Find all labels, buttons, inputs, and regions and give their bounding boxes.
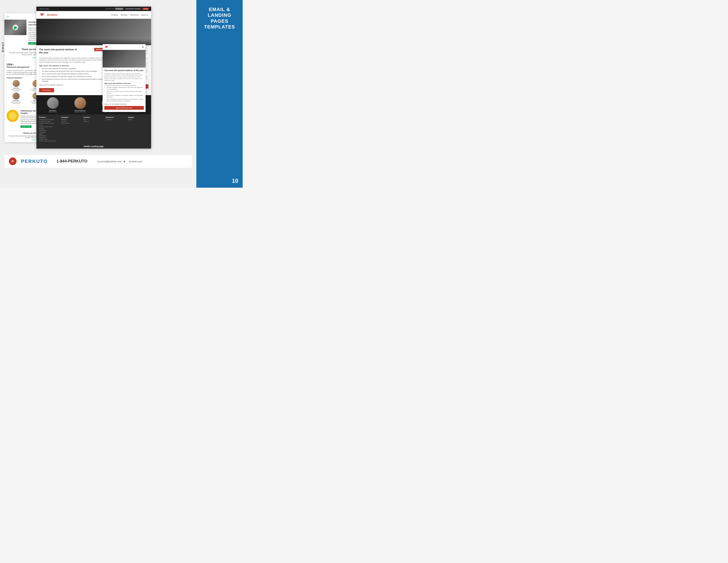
ubik-title: Pharmacie Management [7,66,29,68]
contact-us-label: CONTACT US [105,8,114,9]
mobile-discover-title: Sign up for this webinar to discover: [104,83,144,84]
footer-resources-title: Resources [106,117,126,118]
footer-service-about: About Us [84,121,104,122]
main-content: Email Landing page TELUS HEALTH FR | EN … [0,0,196,188]
footer-product-9: Sagitta [39,133,60,134]
vertafore-logo-icon [39,13,46,17]
mobile-discover-2: The latest regulatory developments and h… [107,87,144,90]
footer-product-6: NetSpec [39,128,60,129]
landing-hero-image [36,19,151,45]
ubik-logo: Ubik+ [7,63,29,66]
mobile-content: The most info-packed webinar of the year… [103,68,146,112]
footer-product-2: My Agency Reports [39,121,60,122]
training-btn[interactable]: VERTAFORE TRAINING [125,8,141,10]
landing-nav-buttons: CONTACT US SUPPORT VERTAFORE TRAINING LO… [105,8,149,10]
mobile-hamburger-btn[interactable]: ☰ [142,46,144,48]
footer-product-5: Vertafore Client Portal [39,126,60,127]
landing-cta-btn[interactable]: CTA Button [39,88,54,92]
footer-solution-2: Carriers [61,121,82,122]
footer-col-services: Services Blog About Us [84,117,104,142]
mobile-landing-label: Mobile Landing page [36,144,151,148]
speaker-item-1: Jane Doe Head of marketingCompagniea [7,80,25,91]
landing-menu-resources[interactable]: Resources [130,14,139,16]
landing-menu-about[interactable]: About Us [141,14,148,16]
footer-product-7: ReadyBlaze [39,130,60,131]
speaker-item-sam: Sam Meyer President, SILA [39,97,66,113]
mobile-discover-3: How to drive business value through tech… [107,91,144,94]
speaker-item-donna: Donna Robinson President Elect, SILA [66,97,94,113]
sidebar-title: EMAIL & LANDING PAGES TEMPLATES [204,7,235,30]
perkuto-logo-circle: P [9,157,17,165]
footer-product-13: Vertafore Agency SalesTrack [39,140,60,141]
footer-product-4: Sircon [39,124,60,126]
vertafore-logo-text: Vertafore [47,13,57,16]
landing-hero-body: Successful carriers, securities firms, a… [39,57,110,63]
footer-col-products: Products Vertafore Agency Platform My Ag… [39,117,60,142]
footer-website: perkuto.com [129,160,143,163]
mobile-discover-5: New educational resources and how to get… [107,98,144,102]
footer-product-11: ImageRight [39,137,60,138]
footer-col-support: Support Produc... [128,117,148,142]
svg-text:Vertafore: Vertafore [104,47,107,48]
mobile-discover-1: New SILA best practices for licensing & … [107,85,144,86]
footer-product-10: WorkSmart [39,135,60,136]
landing-discover-item-4: SILA & Sircon initiatives to automate, s… [42,75,110,77]
speaker-avatar-4 [13,92,20,100]
speaker-avatar-1 [13,80,20,87]
support-btn[interactable]: SUPPORT [115,8,124,10]
footer-product-3: Vertafore Enterprise Suite [39,122,60,124]
landing-discover-item-2: The latest regulatory developments and h… [42,70,110,72]
landing-sign-up-text: Sign up for this webinar to discover: [39,84,110,86]
landing-discover-list: New SILA best practices for licensing & … [39,68,110,82]
landing-discover-item-3: How to drive business value through tech… [42,73,110,75]
footer-solutions-title: Solutions [61,117,82,118]
landing-menu-products[interactable]: Products [111,14,118,16]
mobile-hero-title: The most info-packed webinar of the year [104,69,144,72]
landing-menu: Products Services Resources About Us [111,14,148,16]
mobile-vertafore-logo: Vertafore [104,45,109,48]
landing-phone: 1.800.444.4311 [39,8,49,10]
footer-support-product: Produc... [128,119,148,120]
footer-service-blog: Blog [84,119,104,120]
footer-col-resources: Resources Contact Us [106,117,126,142]
mobile-cta-btn[interactable]: ${LeftColButtonLabel} [104,106,144,110]
footer-phone: 1-844-PERKUTO [56,159,87,164]
perkuto-brand: PERKUTO [21,158,48,164]
footer-separator: ● [123,160,125,163]
footer-resource-contact: Contact Us [106,119,126,120]
mobile-header: Vertafore ☰ [103,44,146,50]
footer-product-1: Vertafore Agency Platform [39,119,60,120]
footer-support-title: Support [128,117,148,118]
landing-discover-title: Sign up for this webinar to discover: [39,65,110,67]
mobile-mockup: Vertafore ☰ The most info-packed webinar… [103,44,146,112]
mobile-sign-up-text: Sign up for this webinar to discover: [104,103,144,105]
flower-image [7,110,19,122]
landing-logo: Vertafore [39,13,57,17]
speaker-avatar-donna [74,97,86,109]
footer-product-12: Producer Plus [39,138,60,140]
landing-discover-item-5: New educational resources and how to get… [42,78,110,82]
footer-services-title: Services [84,117,104,118]
svg-text:TELUS: TELUS [7,16,9,17]
footer-col-solutions: Solutions Agencies Carriers MGAs & MGA [61,117,82,142]
mobile-hero-image [103,50,146,68]
keyboard-overlay [36,19,151,45]
speaker-title-donna: President Elect, SILA [66,111,94,113]
flower-cta-btn[interactable]: Learn more [21,125,32,128]
landing-header: Vertafore Products Services Resources Ab… [36,11,151,19]
landing-footer: Products Vertafore Agency Platform My Ag… [36,114,151,144]
footer-solution-3: MGAs & MGA [61,122,82,124]
footer-products-title: Products [39,117,60,118]
mobile-logo: Vertafore [104,45,109,48]
speaker-role-1: Head of marketingCompagniea [7,89,25,91]
footer-product-8: QQCatalyst [39,131,60,133]
speaker-item-4: Jane Doe Head of marketingThothconacia [7,92,25,104]
email-logo: TELUS HEALTH [7,15,11,18]
landing-discover-item-1: New SILA best practices for licensing & … [42,68,110,70]
speaker-avatar-sam [47,97,59,109]
footer-email: success@perkuto.com [97,160,122,163]
telus-logo-icon: TELUS HEALTH [7,15,11,18]
landing-menu-services[interactable]: Services [121,14,128,16]
login-btn[interactable]: LOGIN [143,8,149,10]
footer-solution-1: Agencies [61,119,82,120]
